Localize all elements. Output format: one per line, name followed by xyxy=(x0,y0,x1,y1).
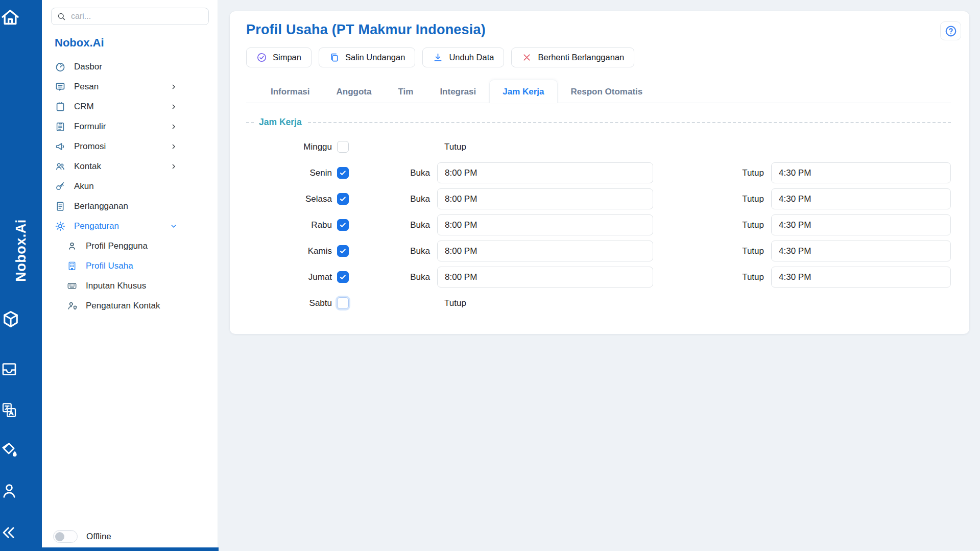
check-icon xyxy=(339,247,347,255)
tab-informasi[interactable]: Informasi xyxy=(257,80,323,103)
work-hours-schedule: MingguTutupSeninBukaTutupSelasaBukaTutup… xyxy=(246,136,951,314)
schedule-row-selasa: SelasaBukaTutup xyxy=(246,188,951,209)
unduh-data-button[interactable]: Unduh Data xyxy=(422,47,504,67)
open-time-input[interactable] xyxy=(437,188,653,209)
sidebar-item-label: CRM xyxy=(74,102,94,112)
close-label: Tutup xyxy=(653,246,771,256)
schedule-row-sabtu: SabtuTutup xyxy=(246,293,951,314)
close-label: Tutup xyxy=(653,220,771,230)
day-checkbox[interactable] xyxy=(337,297,349,309)
sidebar-item-formulir[interactable]: Formulir xyxy=(42,116,218,136)
salin-undangan-button[interactable]: Salin Undangan xyxy=(319,47,415,67)
sidebar-menu: DasborPesanCRMFormulirPromosiKontakAkunB… xyxy=(42,57,218,316)
tab-jam-kerja[interactable]: Jam Kerja xyxy=(489,80,557,103)
sidebar-subitem-label: Profil Pengguna xyxy=(86,241,148,251)
button-label: Simpan xyxy=(273,53,301,62)
day-checkbox[interactable] xyxy=(337,271,349,283)
form-icon xyxy=(55,121,66,132)
day-checkbox[interactable] xyxy=(337,167,349,179)
main-content: Profil Usaha (PT Makmur Indonesia) Simpa… xyxy=(218,0,980,551)
check-icon xyxy=(339,273,347,281)
collapse-sidebar-icon[interactable] xyxy=(0,524,17,541)
paint-bucket-icon[interactable] xyxy=(0,441,18,459)
close-time-input[interactable] xyxy=(771,162,951,183)
sidebar-subitem-pengaturan-kontak[interactable]: Pengaturan Kontak xyxy=(42,296,218,316)
message-icon xyxy=(55,81,66,92)
sidebar-item-promosi[interactable]: Promosi xyxy=(42,136,218,156)
dashboard-icon xyxy=(55,61,66,73)
sidebar-subitem-profil-pengguna[interactable]: Profil Pengguna xyxy=(42,236,218,256)
search-input[interactable] xyxy=(71,12,203,21)
keyboard-icon xyxy=(66,280,78,291)
tab-anggota[interactable]: Anggota xyxy=(323,80,385,103)
search-box xyxy=(51,8,209,25)
tab-integrasi[interactable]: Integrasi xyxy=(426,80,489,103)
chevron-right-icon xyxy=(170,103,178,111)
sidebar-item-label: Dasbor xyxy=(74,62,102,72)
schedule-row-senin: SeninBukaTutup xyxy=(246,162,951,183)
sidebar-item-label: Pesan xyxy=(74,82,99,92)
open-time-input[interactable] xyxy=(437,241,653,261)
chevron-right-icon xyxy=(170,83,178,91)
legend-dash xyxy=(308,122,951,123)
open-label: Buka xyxy=(350,246,437,256)
contacts-icon xyxy=(55,161,66,172)
day-checkbox[interactable] xyxy=(337,245,349,257)
profile-card: Profil Usaha (PT Makmur Indonesia) Simpa… xyxy=(230,11,969,334)
sidebar-item-pengaturan[interactable]: Pengaturan xyxy=(42,216,218,236)
key-icon xyxy=(55,181,66,192)
open-label: Buka xyxy=(350,168,437,178)
chevron-right-icon xyxy=(170,162,178,171)
offline-label: Offline xyxy=(86,532,111,542)
building-icon xyxy=(66,260,78,271)
sidebar-subitem-profil-usaha[interactable]: Profil Usaha xyxy=(42,256,218,276)
close-label: Tutup xyxy=(653,194,771,204)
sidebar-bottom-strip xyxy=(0,547,219,551)
day-label: Rabu xyxy=(246,220,337,230)
user-icon[interactable] xyxy=(0,482,18,500)
home-icon[interactable] xyxy=(0,7,20,28)
day-label: Sabtu xyxy=(246,298,337,308)
close-time-input[interactable] xyxy=(771,241,951,261)
rail-vertical-brand: Nobox.Ai xyxy=(0,197,42,304)
berhenti-berlangganan-button[interactable]: Berhenti Berlangganan xyxy=(511,47,634,67)
legend-dash xyxy=(246,122,254,123)
translate-icon[interactable] xyxy=(0,401,18,419)
chevron-right-icon xyxy=(170,142,178,151)
simpan-button[interactable]: Simpan xyxy=(246,47,312,67)
sidebar-item-kontak[interactable]: Kontak xyxy=(42,156,218,176)
sidebar-subitem-inputan-khusus[interactable]: Inputan Khusus xyxy=(42,276,218,296)
sidebar-item-label: Pengaturan xyxy=(74,221,119,231)
day-label: Senin xyxy=(246,168,337,178)
tab-tim[interactable]: Tim xyxy=(385,80,426,103)
close-time-input[interactable] xyxy=(771,188,951,209)
open-time-input[interactable] xyxy=(437,214,653,235)
close-time-input[interactable] xyxy=(771,214,951,235)
open-time-input[interactable] xyxy=(437,162,653,183)
tab-respon-otomatis[interactable]: Respon Otomatis xyxy=(558,80,656,103)
actions-row: SimpanSalin UndanganUnduh DataBerhenti B… xyxy=(246,47,951,67)
section-title: Jam Kerja xyxy=(259,117,302,128)
button-label: Berhenti Berlangganan xyxy=(538,53,624,62)
gear-icon xyxy=(55,221,66,232)
open-time-input[interactable] xyxy=(437,267,653,288)
day-checkbox[interactable] xyxy=(337,141,349,153)
section-legend: Jam Kerja xyxy=(246,117,951,128)
download-icon xyxy=(433,52,443,63)
offline-toggle[interactable] xyxy=(53,530,78,543)
sidebar-item-pesan[interactable]: Pesan xyxy=(42,77,218,97)
cube-logo-icon[interactable] xyxy=(0,309,21,330)
sidebar-item-dasbor[interactable]: Dasbor xyxy=(42,57,218,77)
day-checkbox[interactable] xyxy=(337,193,349,205)
check-icon xyxy=(339,195,347,203)
closed-label: Tutup xyxy=(437,142,653,152)
sidebar-item-berlangganan[interactable]: Berlangganan xyxy=(42,196,218,216)
inbox-icon[interactable] xyxy=(0,360,18,378)
help-button[interactable] xyxy=(940,21,961,40)
day-checkbox[interactable] xyxy=(337,219,349,231)
sidebar-item-akun[interactable]: Akun xyxy=(42,176,218,196)
sidebar-item-crm[interactable]: CRM xyxy=(42,97,218,116)
contact-settings-icon xyxy=(66,300,78,311)
schedule-row-rabu: RabuBukaTutup xyxy=(246,214,951,235)
close-time-input[interactable] xyxy=(771,267,951,288)
